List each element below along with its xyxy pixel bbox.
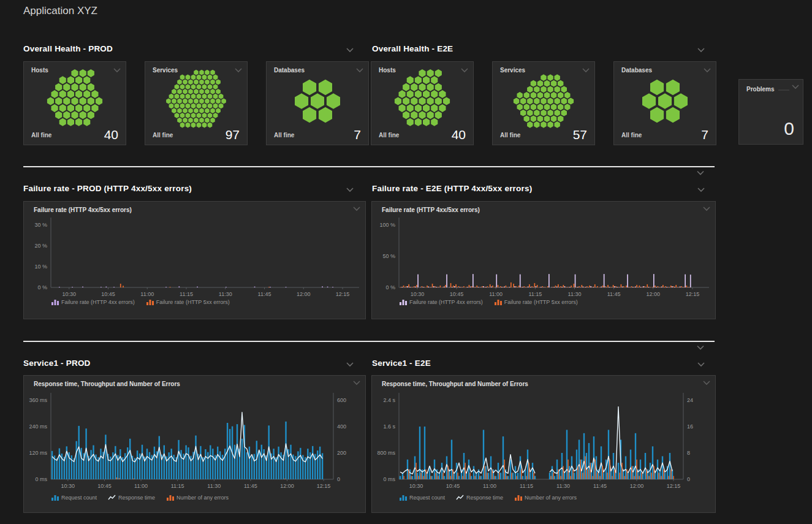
legend-item[interactable]: Number of any errors [166,494,229,501]
svg-text:11:15: 11:15 [180,291,193,297]
svg-text:10:30: 10:30 [409,483,423,489]
bar-series-icon [51,494,59,501]
problems-tile[interactable]: Problems 0 [738,79,803,145]
chart-legend: Failure rate (HTTP 4xx errors)Failure ra… [399,298,578,306]
chevron-down-icon[interactable] [696,186,706,194]
legend-label: Failure rate (HTTP 4xx errors) [61,299,135,305]
svg-text:100 %: 100 % [379,222,395,228]
legend-item[interactable]: Request count [399,494,445,501]
svg-text:1.6 s: 1.6 s [383,423,395,430]
chevron-down-icon[interactable] [695,169,706,177]
svg-text:11:00: 11:00 [489,291,503,297]
legend-label: Response time [118,495,155,501]
section-header-service1-prod: Service1 - PROD [23,359,91,368]
legend-label: Failure rate (HTTP 5xx errors) [156,299,230,305]
chevron-down-icon[interactable] [345,47,355,54]
svg-text:8: 8 [687,450,690,456]
chevron-down-icon[interactable] [696,361,706,368]
health-status-label: All fine [379,132,399,139]
svg-text:0 %: 0 % [385,284,395,290]
chart-legend: Failure rate (HTTP 4xx errors)Failure ra… [51,298,230,306]
failure-rate-prod-chart-tile[interactable]: Failure rate (HTTP 4xx/5xx errors) Failu… [23,201,366,319]
legend-item[interactable]: Failure rate (HTTP 4xx errors) [51,298,135,306]
legend-item[interactable]: Number of any errors [514,494,577,501]
service1-e2e-chart-tile[interactable]: Response time, Throughput and Number of … [371,375,716,513]
problems-count: 0 [784,118,794,139]
svg-text:12:15: 12:15 [317,483,331,489]
service1-e2e-plot: 2.4 s1.6 s800 ms0 ms24168010:3010:4511:0… [372,376,715,512]
svg-text:10:30: 10:30 [62,291,76,297]
svg-text:800 ms: 800 ms [377,450,395,456]
section-header-service1-e2e: Service1 - E2E [372,359,431,368]
health-tile-databases[interactable]: DatabasesAll fine7 [613,61,716,145]
section-header-overall-health-prod: Overall Health - PROD [23,44,113,53]
service1-prod-chart-tile[interactable]: Response time, Throughput and Number of … [23,375,366,513]
health-tile-hosts[interactable]: HostsAll fine40 [371,61,474,145]
svg-text:0 %: 0 % [37,284,47,290]
chevron-down-icon[interactable] [696,47,706,54]
health-status-label: All fine [153,132,173,139]
svg-text:11:45: 11:45 [593,483,607,489]
svg-text:11:30: 11:30 [219,291,232,297]
section-divider [23,166,715,167]
legend-item[interactable]: Failure rate (HTTP 5xx errors) [146,298,230,306]
chevron-down-icon[interactable] [345,186,355,194]
svg-text:12:15: 12:15 [336,291,350,297]
health-count: 7 [701,127,708,142]
svg-text:11:00: 11:00 [483,483,496,489]
health-tile-databases[interactable]: DatabasesAll fine7 [266,61,369,145]
svg-text:12:00: 12:00 [646,291,660,297]
chevron-down-icon[interactable] [345,361,355,368]
section-header-overall-health-e2e: Overall Health - E2E [372,44,453,53]
svg-text:240 ms: 240 ms [29,423,47,430]
svg-text:10 %: 10 % [34,264,47,270]
chart-title: Response time, Throughput and Number of … [34,381,180,387]
legend-label: Number of any errors [176,495,229,501]
health-count: 7 [354,127,361,142]
health-tile-services[interactable]: ServicesAll fine57 [492,61,595,145]
health-count: 40 [104,127,118,142]
page-title: Application XYZ [23,5,97,17]
svg-text:0: 0 [687,476,690,482]
failure-rate-e2e-chart-tile[interactable]: Failure rate (HTTP 4xx/5xx errors) Failu… [371,201,716,319]
legend-label: Response time [466,495,503,501]
svg-text:10:45: 10:45 [450,291,464,297]
svg-text:10:45: 10:45 [446,483,460,489]
svg-text:12:00: 12:00 [630,483,644,489]
svg-text:11:15: 11:15 [171,483,184,489]
bar-series-icon [166,494,174,501]
legend-item[interactable]: Response time [108,494,155,501]
svg-text:16: 16 [687,423,693,430]
health-tile-services[interactable]: ServicesAll fine97 [145,61,248,145]
legend-item[interactable]: Failure rate (HTTP 5xx errors) [494,298,578,306]
svg-text:0: 0 [337,476,340,482]
legend-item[interactable]: Response time [456,494,503,501]
chart-title: Failure rate (HTTP 4xx/5xx errors) [34,207,132,213]
health-status-label: All fine [500,132,520,139]
legend-label: Request count [409,495,445,501]
svg-text:400: 400 [337,423,346,430]
section-header-failure-prod: Failure rate - PROD (HTTP 4xx/5xx errors… [23,184,192,193]
health-tile-hosts[interactable]: HostsAll fine40 [23,61,126,145]
dashboard: Application XYZ Overall Health - PROD Ov… [0,0,812,524]
bar-series-icon [494,298,502,306]
svg-text:11:00: 11:00 [134,483,148,489]
legend-item[interactable]: Failure rate (HTTP 4xx errors) [399,298,483,306]
sparkline-placeholder [778,89,789,91]
legend-label: Request count [61,495,97,501]
bar-series-icon [146,298,154,306]
svg-text:200: 200 [337,450,346,456]
svg-text:50 %: 50 % [382,253,395,259]
bar-series-icon [51,298,59,306]
section-header-failure-e2e: Failure rate - E2E (HTTP 4xx/5xx errors) [372,184,532,193]
svg-text:24: 24 [687,397,693,403]
chevron-down-icon[interactable] [695,344,706,352]
problems-tile-title: Problems [746,86,775,93]
svg-text:11:30: 11:30 [568,291,582,297]
legend-label: Failure rate (HTTP 4xx errors) [409,299,483,305]
chevron-down-icon[interactable] [791,83,800,91]
legend-item[interactable]: Request count [51,494,97,501]
health-status-label: All fine [274,132,294,139]
svg-text:10:45: 10:45 [97,483,112,489]
svg-text:600: 600 [337,397,346,403]
